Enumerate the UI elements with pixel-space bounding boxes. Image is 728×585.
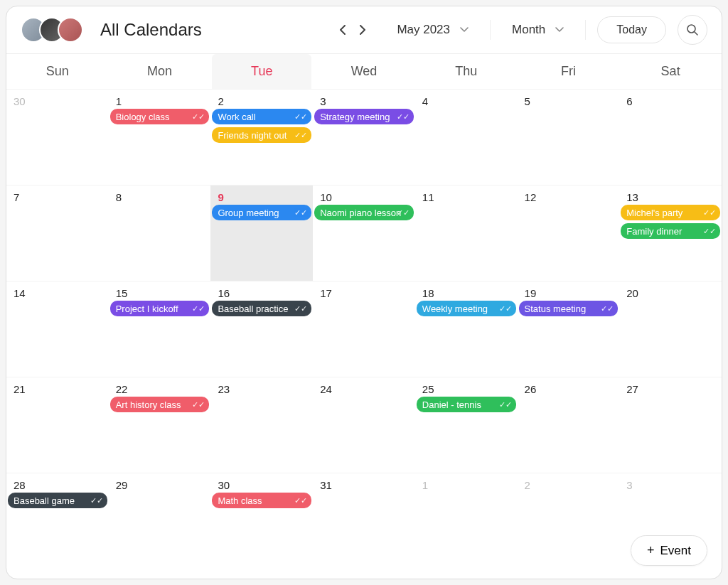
day-cell[interactable]: 3 (619, 473, 722, 515)
day-cell[interactable]: 2Work call✓✓Friends night out✓✓ (210, 89, 313, 185)
day-cell[interactable]: 24 (313, 377, 415, 473)
day-cell[interactable]: 22Art history class✓✓ (109, 377, 211, 473)
day-cell[interactable]: 29 (109, 473, 211, 515)
search-button[interactable] (678, 15, 707, 45)
day-cell[interactable]: 14 (6, 281, 109, 377)
event-pill[interactable]: Daniel - tennis✓✓ (417, 397, 516, 412)
day-cell[interactable]: 1Biology class✓✓ (109, 89, 211, 185)
next-month-button[interactable] (355, 23, 370, 37)
day-cell[interactable]: 21 (6, 377, 109, 473)
day-number: 4 (417, 92, 434, 109)
event-pill[interactable]: Art history class✓✓ (110, 397, 210, 412)
event-pill[interactable]: Naomi piano lesson✓✓ (314, 205, 414, 220)
day-cell[interactable]: 30 (6, 89, 109, 185)
day-cell[interactable]: 15Project I kickoff✓✓ (109, 281, 211, 377)
chevron-down-icon (555, 27, 564, 33)
event-label: Naomi piano lesson (320, 208, 401, 218)
event-pill[interactable]: Math class✓✓ (212, 493, 311, 508)
today-button[interactable]: Today (597, 16, 666, 43)
add-event-button[interactable]: + Event (631, 535, 707, 566)
day-cell[interactable]: 6 (619, 89, 722, 185)
day-number: 23 (212, 380, 235, 397)
prev-month-button[interactable] (336, 23, 350, 37)
day-number: 17 (314, 284, 338, 301)
day-cell[interactable]: 10Naomi piano lesson✓✓ (313, 185, 415, 281)
day-cell[interactable]: 3Strategy meeting✓✓ (313, 89, 415, 185)
day-cell[interactable]: 4 (415, 89, 518, 185)
checkmark-icon: ✓✓ (90, 496, 103, 505)
day-cell[interactable]: 18Weekly meeting✓✓ (415, 281, 518, 377)
day-header[interactable]: Sun (6, 54, 109, 89)
event-label: Michel's party (626, 208, 682, 218)
day-cell[interactable]: 16Baseball practice✓✓ (210, 281, 313, 377)
day-number: 30 (212, 476, 235, 493)
event-pill[interactable]: Baseball practice✓✓ (212, 301, 311, 316)
day-number: 29 (110, 476, 134, 493)
month-select-label: May 2023 (397, 23, 450, 37)
day-header[interactable]: Tue (212, 54, 311, 89)
event-label: Weekly meeting (422, 304, 488, 314)
day-cell[interactable]: 19Status meeting✓✓ (518, 281, 620, 377)
day-cell[interactable]: 17 (313, 281, 415, 377)
day-cell[interactable]: 26 (518, 377, 620, 473)
day-cell[interactable]: 9Group meeting✓✓ (210, 185, 313, 281)
day-header[interactable]: Sat (619, 54, 722, 89)
day-cell[interactable]: 7 (6, 185, 109, 281)
event-pill[interactable]: Strategy meeting✓✓ (314, 109, 414, 124)
day-number: 6 (621, 92, 638, 109)
day-cell[interactable]: 28Baseball game✓✓ (6, 473, 109, 515)
day-cell[interactable]: 5 (518, 89, 620, 185)
event-pill[interactable]: Baseball game✓✓ (8, 493, 107, 508)
day-cell[interactable]: 20 (619, 281, 722, 377)
day-header[interactable]: Wed (313, 54, 415, 89)
day-headers: SunMonTueWedThuFriSat (6, 54, 722, 89)
checkmark-icon: ✓✓ (499, 304, 512, 313)
checkmark-icon: ✓✓ (499, 400, 512, 409)
event-label: Art history class (116, 399, 181, 410)
day-number: 25 (417, 380, 440, 397)
day-cell[interactable]: 27 (619, 377, 722, 473)
day-cell[interactable]: 12 (518, 185, 620, 281)
event-pill[interactable]: Michel's party✓✓ (621, 205, 720, 220)
add-event-label: Event (660, 544, 691, 558)
day-number: 31 (314, 476, 338, 493)
event-label: Baseball game (14, 495, 75, 506)
day-cell[interactable]: 25Daniel - tennis✓✓ (415, 377, 518, 473)
events-list: Michel's party✓✓Family dinner✓✓ (621, 205, 720, 239)
day-header[interactable]: Thu (415, 54, 518, 89)
avatar-stack[interactable] (21, 17, 83, 43)
event-label: Project I kickoff (116, 304, 178, 314)
event-pill[interactable]: Weekly meeting✓✓ (417, 301, 516, 316)
event-pill[interactable]: Status meeting✓✓ (519, 301, 619, 316)
day-cell[interactable]: 1 (415, 473, 518, 515)
event-label: Biology class (116, 112, 170, 122)
event-pill[interactable]: Work call✓✓ (212, 109, 311, 124)
checkmark-icon: ✓✓ (294, 208, 307, 218)
checkmark-icon: ✓✓ (294, 131, 307, 140)
month-select[interactable]: May 2023 (387, 18, 478, 41)
day-header[interactable]: Fri (518, 54, 620, 89)
avatar[interactable] (58, 17, 83, 43)
view-select[interactable]: Month (502, 18, 574, 41)
event-pill[interactable]: Friends night out✓✓ (212, 127, 311, 143)
event-pill[interactable]: Group meeting✓✓ (212, 205, 311, 220)
day-cell[interactable]: 23 (210, 377, 313, 473)
day-number: 16 (212, 284, 235, 301)
event-pill[interactable]: Project I kickoff✓✓ (110, 301, 210, 316)
day-cell[interactable]: 8 (109, 185, 211, 281)
day-number: 2 (212, 92, 229, 109)
day-cell[interactable]: 30Math class✓✓ (210, 473, 313, 515)
day-number: 14 (8, 284, 31, 301)
day-header[interactable]: Mon (109, 54, 211, 89)
day-cell[interactable]: 13Michel's party✓✓Family dinner✓✓ (619, 185, 722, 281)
event-label: Work call (218, 112, 255, 122)
day-cell[interactable]: 31 (313, 473, 415, 515)
day-number: 3 (621, 476, 638, 493)
day-cell[interactable]: 2 (518, 473, 620, 515)
event-pill[interactable]: Family dinner✓✓ (621, 223, 720, 239)
events-list: Weekly meeting✓✓ (417, 301, 516, 316)
day-cell[interactable]: 11 (415, 185, 518, 281)
events-list: Strategy meeting✓✓ (314, 109, 414, 124)
event-label: Group meeting (218, 208, 279, 218)
event-pill[interactable]: Biology class✓✓ (110, 109, 210, 124)
